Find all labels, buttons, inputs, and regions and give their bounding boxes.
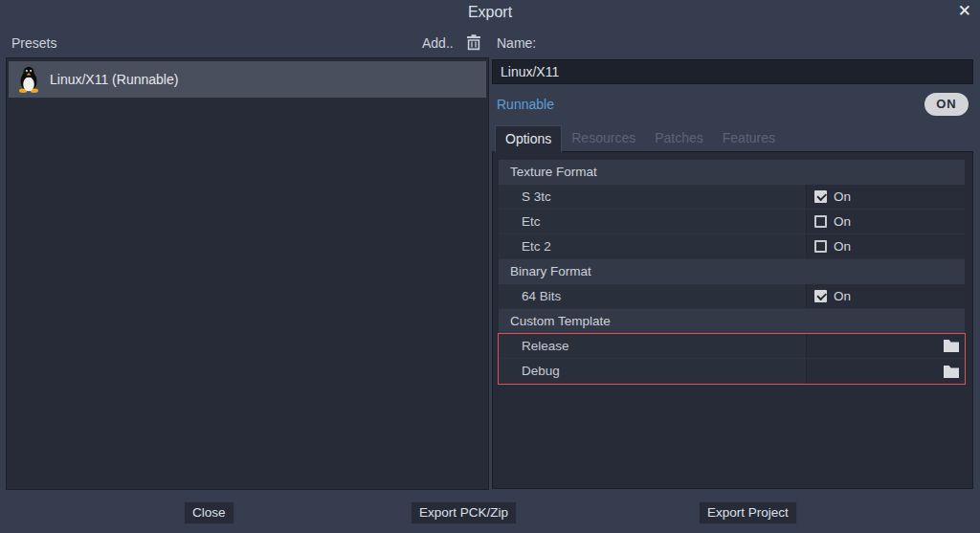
add-preset-button[interactable]: Add.. [422,35,454,51]
property-label: Release [499,334,806,358]
property-value: On [806,185,965,209]
export-pck-zip-button[interactable]: Export PCK/Zip [411,501,517,524]
section-header-binary-format: Binary Format [499,259,965,284]
linux-tux-icon [17,66,40,93]
checkbox-label: On [834,189,851,204]
name-label: Name: [497,35,536,51]
property-label: 64 Bits [499,284,806,308]
tab-options[interactable]: Options [495,125,562,152]
section-header-texture-format: Texture Format [499,160,965,185]
preset-item-label: Linux/X11 (Runnable) [50,72,178,87]
export-project-button[interactable]: Export Project [699,501,797,524]
presets-label: Presets [11,35,56,51]
checkbox-64bits[interactable] [814,290,827,302]
presets-list: Linux/X11 (Runnable) [6,57,489,490]
property-label: Etc [499,210,806,233]
property-value: On [806,210,965,233]
tab-patches[interactable]: Patches [645,125,713,152]
checkbox-label: On [834,214,851,229]
tab-resources[interactable]: Resources [562,125,645,152]
tab-bar: Options Resources Patches Features [495,125,785,152]
custom-template-highlight: Release Debug [499,334,965,384]
property-value [806,334,965,358]
property-value: On [806,284,965,308]
property-row-etc2: Etc 2 On [499,234,965,259]
property-label: S 3tc [499,185,806,209]
runnable-label: Runnable [497,97,554,112]
property-label: Debug [499,359,806,384]
tab-features[interactable]: Features [713,125,785,152]
checkbox-etc2[interactable] [814,240,827,253]
checkbox-label: On [834,289,851,303]
checkbox-s3tc[interactable] [814,190,827,203]
export-dialog: Export ✕ Presets Add.. [0,0,980,533]
checkbox-etc[interactable] [814,215,827,228]
property-label: Etc 2 [499,234,806,258]
runnable-toggle[interactable]: ON [924,93,969,116]
section-header-custom-template: Custom Template [499,309,965,334]
folder-icon[interactable] [944,340,959,352]
property-row-64bits: 64 Bits On [499,284,965,309]
name-input[interactable] [492,59,973,84]
property-row-release: Release [499,334,965,359]
close-button[interactable]: Close [184,501,234,524]
folder-icon[interactable] [944,366,959,378]
property-row-s3tc: S 3tc On [499,185,965,210]
property-row-etc: Etc On [499,210,965,234]
trash-icon [466,34,481,51]
dialog-title: Export [0,4,980,21]
checkbox-label: On [834,239,851,254]
delete-preset-button[interactable] [466,34,483,52]
close-icon[interactable]: ✕ [958,1,971,21]
options-panel: Texture Format S 3tc On Etc On Etc 2 On … [492,151,973,489]
preset-item-linux-x11[interactable]: Linux/X11 (Runnable) [9,61,486,98]
property-row-debug: Debug [499,359,965,384]
property-value: On [806,234,965,258]
property-value [806,359,965,384]
